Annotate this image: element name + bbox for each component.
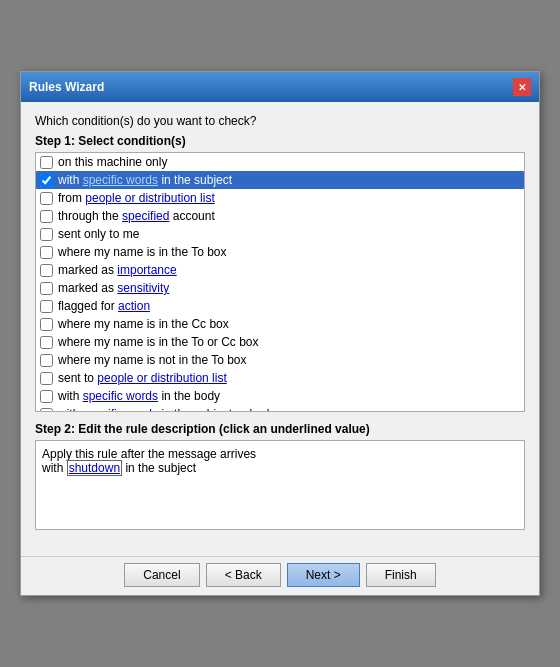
finish-button[interactable]: Finish xyxy=(366,563,436,587)
step1-label: Step 1: Select condition(s) xyxy=(35,134,525,148)
condition-link[interactable]: action xyxy=(118,299,150,313)
condition-checkbox[interactable] xyxy=(40,282,53,295)
condition-text: sent only to me xyxy=(58,227,139,241)
condition-checkbox[interactable] xyxy=(40,192,53,205)
condition-link[interactable]: importance xyxy=(117,263,176,277)
description-box: Apply this rule after the message arrive… xyxy=(35,440,525,530)
condition-text: flagged for action xyxy=(58,299,150,313)
condition-checkbox[interactable] xyxy=(40,264,53,277)
condition-text: where my name is in the Cc box xyxy=(58,317,229,331)
condition-item[interactable]: with specific words in the subject xyxy=(36,171,524,189)
condition-checkbox[interactable] xyxy=(40,408,53,413)
condition-item[interactable]: through the specified account xyxy=(36,207,524,225)
condition-checkbox[interactable] xyxy=(40,336,53,349)
condition-item[interactable]: marked as importance xyxy=(36,261,524,279)
condition-item[interactable]: marked as sensitivity xyxy=(36,279,524,297)
conditions-list: on this machine onlywith specific words … xyxy=(35,152,525,412)
condition-text: sent to people or distribution list xyxy=(58,371,227,385)
condition-item[interactable]: flagged for action xyxy=(36,297,524,315)
condition-text: where my name is in the To box xyxy=(58,245,227,259)
condition-checkbox[interactable] xyxy=(40,156,53,169)
condition-item[interactable]: from people or distribution list xyxy=(36,189,524,207)
condition-link[interactable]: specific words xyxy=(83,389,158,403)
condition-text: with specific words in the body xyxy=(58,389,220,403)
condition-item[interactable]: sent to people or distribution list xyxy=(36,369,524,387)
condition-checkbox[interactable] xyxy=(40,354,53,367)
condition-text: where my name is not in the To box xyxy=(58,353,247,367)
back-button[interactable]: < Back xyxy=(206,563,281,587)
desc-prefix: with xyxy=(42,461,67,475)
button-row: Cancel < Back Next > Finish xyxy=(21,556,539,595)
rules-wizard-window: Rules Wizard ✕ Which condition(s) do you… xyxy=(20,71,540,596)
condition-text: on this machine only xyxy=(58,155,167,169)
main-content: Which condition(s) do you want to check?… xyxy=(21,102,539,556)
condition-item[interactable]: where my name is in the To box xyxy=(36,243,524,261)
condition-text: with specific words in the subject or bo… xyxy=(58,407,275,412)
next-button[interactable]: Next > xyxy=(287,563,360,587)
window-title: Rules Wizard xyxy=(29,80,104,94)
description-line2: with shutdown in the subject xyxy=(42,461,518,475)
condition-text: with specific words in the subject xyxy=(58,173,232,187)
desc-suffix: in the subject xyxy=(122,461,196,475)
condition-link[interactable]: specific words xyxy=(83,173,158,187)
condition-checkbox[interactable] xyxy=(40,228,53,241)
condition-link[interactable]: sensitivity xyxy=(117,281,169,295)
desc-keyword-link[interactable]: shutdown xyxy=(67,460,122,476)
condition-item[interactable]: with specific words in the subject or bo… xyxy=(36,405,524,412)
desc-keyword: shutdown xyxy=(67,460,122,476)
condition-link[interactable]: specific words xyxy=(83,407,158,412)
close-button[interactable]: ✕ xyxy=(513,78,531,96)
condition-item[interactable]: where my name is in the Cc box xyxy=(36,315,524,333)
condition-checkbox[interactable] xyxy=(40,174,53,187)
condition-item[interactable]: with specific words in the body xyxy=(36,387,524,405)
condition-item[interactable]: sent only to me xyxy=(36,225,524,243)
condition-text: through the specified account xyxy=(58,209,215,223)
condition-checkbox[interactable] xyxy=(40,210,53,223)
condition-text: marked as sensitivity xyxy=(58,281,169,295)
condition-link[interactable]: specified xyxy=(122,209,169,223)
cancel-button[interactable]: Cancel xyxy=(124,563,199,587)
condition-link[interactable]: people or distribution list xyxy=(85,191,214,205)
condition-text: where my name is in the To or Cc box xyxy=(58,335,259,349)
question-text: Which condition(s) do you want to check? xyxy=(35,114,525,128)
condition-checkbox[interactable] xyxy=(40,246,53,259)
condition-checkbox[interactable] xyxy=(40,372,53,385)
condition-checkbox[interactable] xyxy=(40,390,53,403)
condition-checkbox[interactable] xyxy=(40,318,53,331)
condition-item[interactable]: where my name is in the To or Cc box xyxy=(36,333,524,351)
condition-text: marked as importance xyxy=(58,263,177,277)
condition-checkbox[interactable] xyxy=(40,300,53,313)
condition-item[interactable]: where my name is not in the To box xyxy=(36,351,524,369)
title-bar: Rules Wizard ✕ xyxy=(21,72,539,102)
condition-link[interactable]: people or distribution list xyxy=(97,371,226,385)
condition-item[interactable]: on this machine only xyxy=(36,153,524,171)
step2-label: Step 2: Edit the rule description (click… xyxy=(35,422,525,436)
description-line1: Apply this rule after the message arrive… xyxy=(42,447,518,461)
condition-text: from people or distribution list xyxy=(58,191,215,205)
